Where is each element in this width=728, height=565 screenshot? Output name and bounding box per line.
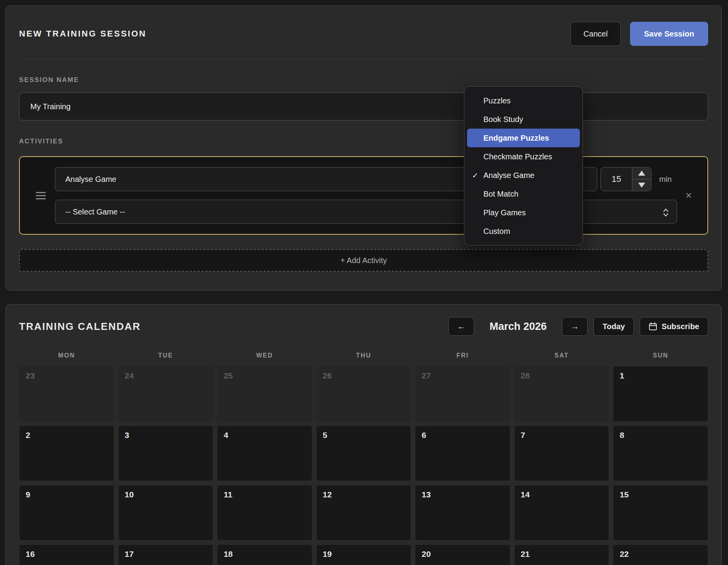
menu-item-book-study[interactable]: Book Study [464,110,583,129]
day-cell[interactable]: 22 [613,544,708,565]
day-cell[interactable]: 2 [19,425,114,481]
subscribe-button[interactable]: Subscribe [640,317,708,336]
left-arrow-icon: ← [457,321,466,331]
page-title: NEW TRAINING SESSION [19,29,147,39]
day-cell[interactable]: 8 [613,425,708,481]
stepper-up-icon [638,171,645,176]
weekday-mon: MON [19,352,114,359]
menu-item-checkmate-puzzles[interactable]: Checkmate Puzzles [464,147,583,166]
weekday-thu: THU [316,352,411,359]
menu-item-play-games[interactable]: Play Games [464,203,583,222]
day-cell[interactable]: 15 [613,485,708,541]
header-divider [19,59,708,59]
day-cell[interactable]: 13 [415,485,510,541]
calendar-controls: ← March 2026 → Today Subscribe [448,317,708,336]
stepper-down-button[interactable] [632,179,651,191]
day-cell[interactable]: 26 [316,366,411,422]
day-cell[interactable]: 21 [514,544,609,565]
day-cell[interactable]: 7 [514,425,609,481]
activities-label: ACTIVITIES [19,138,708,145]
menu-item-puzzles[interactable]: Puzzles [464,91,583,110]
day-cell[interactable]: 9 [19,485,114,541]
menu-item-bot-match[interactable]: Bot Match [464,185,583,203]
day-cell[interactable]: 23 [19,366,114,422]
day-cell[interactable]: 28 [514,366,609,422]
weekday-header: MON TUE WED THU FRI SAT SUN [19,352,708,359]
calendar-header: TRAINING CALENDAR ← March 2026 → Today S… [19,317,708,336]
prev-month-button[interactable]: ← [448,317,474,336]
day-cell[interactable]: 14 [514,485,609,541]
day-cell[interactable]: 12 [316,485,411,541]
activity-type-value: Analyse Game [65,175,116,184]
menu-item-analyse-game[interactable]: ✓ Analyse Game [464,166,583,185]
day-cell[interactable]: 25 [217,366,312,422]
session-name-label: SESSION NAME [19,76,708,84]
month-label: March 2026 [474,321,562,333]
duration-stepper [632,167,651,191]
next-month-button[interactable]: → [562,317,588,336]
right-arrow-icon: → [570,321,579,331]
game-select-placeholder: -- Select Game -- [65,208,125,216]
day-cell[interactable]: 24 [118,366,214,422]
drag-handle-icon[interactable] [27,192,55,199]
day-cell[interactable]: 11 [217,485,312,541]
calendar-icon [649,322,657,331]
activity-card: Analyse Game 15 min -- Select Game -- [19,156,708,235]
activity-row-type: Analyse Game 15 min [55,167,677,191]
subscribe-label: Subscribe [662,322,699,331]
day-cell[interactable]: 27 [415,366,510,422]
today-button[interactable]: Today [593,317,634,336]
day-cell[interactable]: 10 [118,485,214,541]
select-updown-chevron-icon [663,208,669,217]
add-activity-button[interactable]: + Add Activity [19,249,708,272]
save-session-button[interactable]: Save Session [630,22,708,46]
day-cell[interactable]: 17 [118,544,214,565]
day-cell[interactable]: 1 [613,366,708,422]
day-cell[interactable]: 16 [19,544,114,565]
editor-header: NEW TRAINING SESSION Cancel Save Session [19,21,708,46]
weekday-tue: TUE [118,352,214,359]
day-cell[interactable]: 20 [415,544,510,565]
weekday-sun: SUN [613,352,708,359]
duration-input[interactable]: 15 [601,167,632,191]
weekday-wed: WED [217,352,312,359]
header-buttons: Cancel Save Session [570,22,708,46]
checkmark-icon: ✓ [472,171,483,180]
calendar-title: TRAINING CALENDAR [19,321,141,333]
session-editor-panel: NEW TRAINING SESSION Cancel Save Session… [5,5,722,291]
activity-type-dropdown-menu: Puzzles Book Study Endgame Puzzles Check… [464,86,583,246]
session-name-input[interactable] [19,92,708,120]
remove-activity-button[interactable]: × [677,189,700,202]
menu-item-endgame-puzzles[interactable]: Endgame Puzzles [467,129,580,147]
calendar-grid: 23 24 25 26 27 28 1 2 3 4 5 6 7 8 9 10 1… [19,366,708,565]
training-calendar-panel: TRAINING CALENDAR ← March 2026 → Today S… [5,304,722,565]
activity-fields: Analyse Game 15 min -- Select Game -- [55,167,677,224]
day-cell[interactable]: 6 [415,425,510,481]
weekday-sat: SAT [514,352,609,359]
weekday-fri: FRI [415,352,510,359]
cancel-button[interactable]: Cancel [570,22,621,46]
game-select[interactable]: -- Select Game -- [55,200,677,224]
stepper-up-button[interactable] [632,167,651,179]
day-cell[interactable]: 5 [316,425,411,481]
day-cell[interactable]: 3 [118,425,214,481]
menu-item-custom[interactable]: Custom [464,222,583,241]
duration-unit-label: min [654,175,677,184]
day-cell[interactable]: 19 [316,544,411,565]
stepper-down-icon [638,183,645,188]
day-cell[interactable]: 4 [217,425,312,481]
duration-input-group: 15 [600,167,651,191]
day-cell[interactable]: 18 [217,544,312,565]
